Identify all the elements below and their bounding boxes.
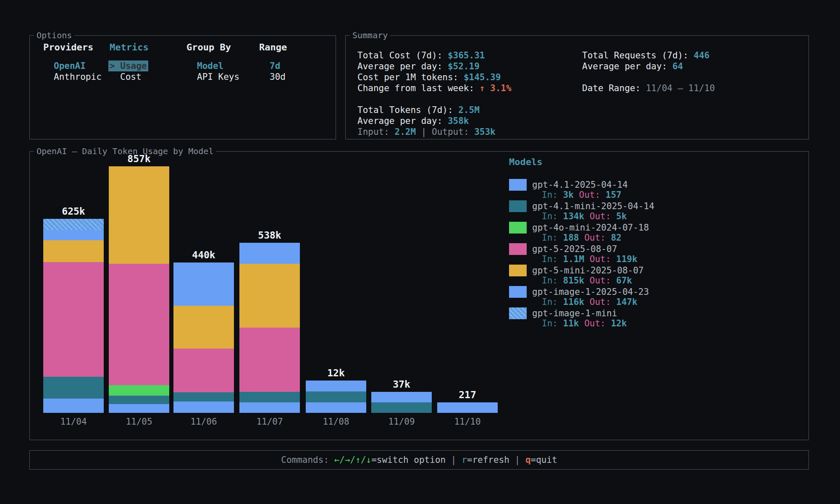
summary-right-line-4: Date Range: 11/04 — 11/10 (582, 83, 715, 94)
option-range-30d[interactable]: 30d (270, 71, 287, 82)
option-label: Model (197, 61, 223, 71)
summary-value: | (416, 127, 432, 137)
option-label: 30d (270, 72, 286, 82)
legend-model-name: gpt-5-2025-08-07 (532, 243, 617, 255)
legend-out-label: Out: (584, 276, 616, 286)
option-label: Cost (120, 72, 142, 82)
summary-label: Total Cost (7d): (357, 50, 448, 60)
bar-11/10 (437, 402, 498, 413)
legend-in-label: In: (542, 318, 563, 328)
bar-value-label-11/04: 625k (43, 205, 104, 217)
bar-date-label-11/06: 11/06 (173, 416, 234, 427)
legend-out-value: 119k (616, 254, 638, 264)
bar-segment-gpt-4.1-2025-04-14 (109, 404, 169, 413)
legend-out-label: Out: (579, 318, 611, 328)
summary-right-column: Total Requests (7d): 446Average per day:… (582, 50, 715, 94)
option-label: 7d (270, 61, 280, 71)
bar-value-label-11/05: 857k (109, 153, 169, 165)
bar-11/05 (109, 166, 169, 413)
bar-date-label-11/05: 11/05 (109, 416, 169, 427)
option-group-by-api-keys[interactable]: API Keys (197, 71, 239, 82)
bar-segment-gpt-image-1-2025-04-23 (437, 402, 498, 413)
summary-value: 2.5M (458, 105, 480, 115)
bar-segment-gpt-5-2025-08-07 (239, 328, 300, 392)
legend-item-gpt-4o-mini-2024-07-18: gpt-4o-mini-2024-07-18In: 188 Out: 82 (509, 222, 761, 243)
legend-in-out: In: 3k Out: 157 (542, 189, 622, 200)
bar-date-label-11/07: 11/07 (239, 416, 300, 427)
bar-segment-gpt-image-1-2025-04-23 (239, 243, 300, 264)
summary-panel: Summary Total Cost (7d): $365.31Average … (345, 35, 809, 139)
legend-item-gpt-image-1-2025-04-23: gpt-image-1-2025-04-23In: 116k Out: 147k (509, 286, 761, 307)
summary-label: Average per day: (357, 116, 448, 126)
legend-model-name: gpt-4o-mini-2024-07-18 (532, 222, 649, 234)
options-items-range: 7d30d (259, 60, 287, 82)
option-label: OpenAI (54, 61, 86, 71)
legend-in-label: In: (542, 254, 563, 264)
options-column-header-range: Range (259, 42, 287, 53)
bar-value-label-11/06: 440k (173, 249, 234, 261)
legend-in-value: 3k (563, 190, 574, 200)
legend-item-gpt-image-1-mini: gpt-image-1-miniIn: 11k Out: 12k (509, 307, 761, 329)
options-panel: Options ProvidersOpenAIAnthropicMetrics>… (29, 35, 336, 139)
bar-segment-gpt-5-mini-2025-08-07 (173, 306, 234, 349)
legend-out-value: 157 (606, 190, 622, 200)
legend-in-out: In: 134k Out: 5k (542, 211, 627, 222)
bar-segment-gpt-4.1-mini-2025-04-14 (371, 402, 432, 413)
legend-swatch-gpt-image-1-mini (509, 307, 527, 319)
summary-value: $365.31 (448, 50, 485, 60)
bar-segment-gpt-4.1-mini-2025-04-14 (306, 391, 366, 402)
summary-label: Average per day: (357, 61, 448, 71)
bar-segment-gpt-4.1-2025-04-14 (306, 402, 366, 413)
bar-segment-gpt-5-mini-2025-08-07 (239, 264, 300, 328)
bar-segment-gpt-image-1-2025-04-23 (43, 230, 104, 240)
legend-swatch-gpt-4.1-2025-04-14 (509, 179, 527, 191)
option-providers-openai[interactable]: OpenAI (54, 60, 102, 71)
legend-out-value: 12k (611, 318, 627, 328)
usage-dashboard: Options ProvidersOpenAIAnthropicMetrics>… (0, 0, 840, 504)
option-metrics--usage[interactable]: > Usage (120, 60, 149, 71)
bar-segment-gpt-4.1-2025-04-14 (173, 402, 234, 413)
option-metrics-cost[interactable]: Cost (120, 71, 149, 82)
command-segment-1: Commands: (281, 455, 334, 465)
bar-segment-gpt-5-2025-08-07 (173, 349, 234, 392)
summary-value: 64 (672, 61, 683, 71)
bar-segment-gpt-4o-mini-2024-07-18 (109, 385, 169, 396)
legend-in-label: In: (542, 233, 563, 243)
summary-left-line-6: Total Tokens (7d): 2.5M (357, 105, 512, 116)
option-group-by-model[interactable]: Model (197, 60, 239, 71)
bar-value-label-11/09: 37k (371, 378, 432, 390)
option-range-7d[interactable]: 7d (270, 60, 287, 71)
legend-in-out: In: 188 Out: 82 (542, 232, 622, 243)
options-items-providers: OpenAIAnthropic (43, 60, 102, 82)
summary-value: $52.19 (448, 61, 480, 71)
command-segment-9: =quit (531, 455, 557, 465)
command-segment-6: =refresh (467, 455, 509, 465)
summary-label: Input: (357, 127, 395, 137)
bar-segment-gpt-4.1-mini-2025-04-14 (173, 392, 234, 402)
legend-item-gpt-4.1-mini-2025-04-14: gpt-4.1-mini-2025-04-14In: 134k Out: 5k (509, 200, 761, 222)
bar-11/04 (43, 219, 104, 413)
bar-segment-gpt-4.1-mini-2025-04-14 (239, 392, 300, 402)
summary-label: Change from last week: (357, 83, 480, 93)
options-column-header-metrics: Metrics (110, 42, 149, 53)
option-label: Anthropic (54, 72, 102, 82)
options-panel-title: Options (34, 30, 74, 41)
option-providers-anthropic[interactable]: Anthropic (54, 71, 102, 82)
options-column-metrics: Metrics> UsageCost (110, 42, 149, 82)
bar-segment-gpt-image-1-mini (43, 219, 104, 230)
bar-value-label-11/08: 12k (306, 367, 366, 379)
legend-in-value: 11k (563, 318, 579, 328)
options-column-providers: ProvidersOpenAIAnthropic (43, 42, 102, 82)
options-items-metrics: > UsageCost (110, 60, 149, 82)
bar-date-label-11/10: 11/10 (437, 416, 498, 427)
command-segment-2: ←/→/↑/↓ (334, 455, 372, 465)
command-segment-4: | (446, 455, 462, 465)
summary-label: Cost per 1M tokens: (357, 72, 464, 82)
chart-panel: OpenAI — Daily Token Usage by Model 625k… (29, 151, 809, 440)
bar-segment-gpt-5-2025-08-07 (43, 262, 104, 377)
bar-11/08 (306, 381, 366, 413)
bar-11/09 (371, 392, 432, 413)
summary-value: 2.2M (395, 127, 416, 137)
options-items-group-by: ModelAPI Keys (186, 60, 239, 82)
legend-in-value: 116k (563, 297, 585, 307)
